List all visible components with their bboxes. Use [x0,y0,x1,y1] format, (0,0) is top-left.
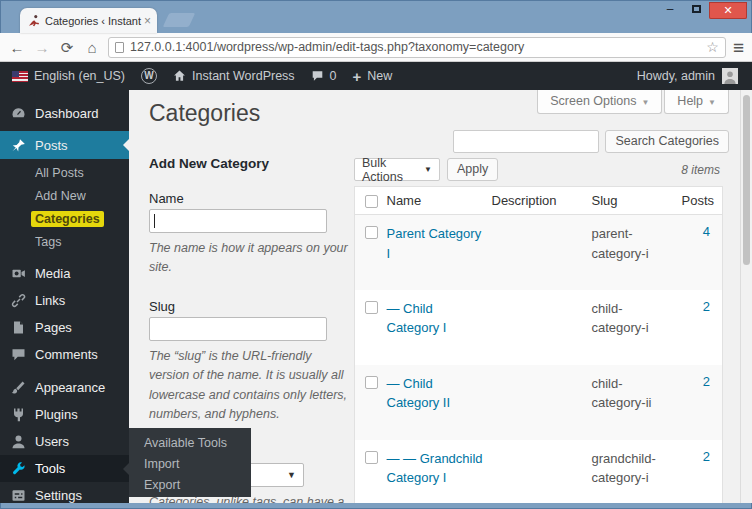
sidebar-item-tags[interactable]: Tags [0,231,129,254]
comment-bubble-icon [311,70,324,82]
slug-field[interactable] [149,317,327,341]
category-slug: grandchild-category-i [592,451,656,486]
sidebar-label: Settings [35,488,82,503]
new-label: New [367,69,392,83]
chevron-down-icon: ▼ [708,98,716,107]
select-arrow-icon: ▼ [424,165,432,174]
table-row: Parent Category I parent-category-i 4 [355,215,723,290]
category-slug: child-category-i [592,301,649,336]
row-checkbox[interactable] [365,451,378,464]
sidebar-item-all-posts[interactable]: All Posts [0,162,129,185]
site-name-menu[interactable]: Instant WordPress [173,69,295,83]
row-checkbox[interactable] [365,376,378,389]
language-switcher[interactable]: English (en_US) [12,69,125,83]
comments-menu[interactable]: 0 [311,69,337,83]
sidebar-item-categories[interactable]: Categories [0,208,129,231]
sidebar-label: Dashboard [35,106,99,121]
column-header-slug: Slug [590,187,680,215]
bookmark-star-icon[interactable]: ☆ [706,39,719,55]
select-all-checkbox[interactable] [365,195,378,208]
sidebar-item-pages[interactable]: Pages [0,314,129,341]
sidebar-item-links[interactable]: Links [0,287,129,314]
column-header-name[interactable]: Name [385,187,490,215]
category-link[interactable]: Parent Category I [387,226,482,261]
sidebar-item-appearance[interactable]: Appearance [0,374,129,401]
browser-menu-icon[interactable]: ≡ [733,38,744,57]
page-title: Categories [149,100,260,127]
name-label: Name [149,191,327,206]
url-text[interactable]: 127.0.0.1:4001/wordpress/wp-admin/edit-t… [130,40,700,54]
sidebar-item-settings[interactable]: Settings [0,482,129,503]
bulk-actions-select[interactable]: Bulk Actions▼ [354,158,440,181]
category-post-count[interactable]: 4 [680,215,723,290]
wp-logo-menu[interactable]: W [141,68,157,84]
page-scrollbar[interactable] [740,90,752,503]
scrollbar-thumb[interactable] [743,95,750,265]
wp-admin-bar: English (en_US) W Instant WordPress 0 + … [0,62,752,90]
table-row: — Child Category I child-category-i 2 [355,290,723,365]
category-slug: parent-category-i [592,226,649,261]
paintbrush-icon [10,380,26,395]
browser-home-icon[interactable]: ⌂ [83,40,101,55]
flyout-item-available-tools[interactable]: Available Tools [129,433,251,454]
refresh-icon[interactable]: ⟳ [58,40,76,55]
chain-link-icon [10,293,26,308]
plus-icon: + [353,69,362,84]
flyout-item-export[interactable]: Export [129,475,251,496]
flyout-item-import[interactable]: Import [129,454,251,475]
favicon-runner-icon [27,14,40,27]
window-close-button[interactable]: ✕ [709,2,747,19]
my-account-menu[interactable]: Howdy, admin [637,68,738,84]
search-input[interactable] [453,130,599,153]
sidebar-label: Tools [35,461,65,476]
category-post-count[interactable]: 2 [680,365,723,440]
select-arrow-icon: ▼ [287,470,296,480]
category-link[interactable]: — — Grandchild Category I [387,451,483,486]
sidebar-label: Users [35,434,69,449]
sidebar-item-tools[interactable]: Tools [0,455,129,482]
slug-label: Slug [149,299,327,314]
name-help-text: The name is how it appears on your site. [149,239,355,278]
sidebar-item-users[interactable]: Users [0,428,129,455]
comment-count: 0 [330,69,337,83]
sidebar-label: Comments [35,347,98,362]
browser-titlebar: Categories ‹ Instant WordPress × – ✕ [0,0,752,33]
help-button[interactable]: Help▼ [664,90,729,114]
sidebar-item-add-new[interactable]: Add New [0,185,129,208]
category-link[interactable]: — Child Category II [387,376,451,411]
wordpress-page: English (en_US) W Instant WordPress 0 + … [0,62,752,503]
url-bar[interactable]: 127.0.0.1:4001/wordpress/wp-admin/edit-t… [108,37,726,58]
row-checkbox[interactable] [365,301,378,314]
window-minimize-button[interactable]: – [657,2,683,18]
tab-close-icon[interactable]: × [144,15,151,27]
row-checkbox[interactable] [365,226,378,239]
new-tab-button[interactable] [163,13,196,27]
back-icon[interactable]: ← [8,40,26,55]
sidebar-item-posts[interactable]: Posts [0,131,129,159]
table-row: — — Grandchild Category I grandchild-cat… [355,440,723,504]
name-field[interactable] [149,209,327,233]
sidebar-item-dashboard[interactable]: Dashboard [0,100,129,127]
category-post-count[interactable]: 2 [680,290,723,365]
browser-tab[interactable]: Categories ‹ Instant WordPress × [20,8,157,33]
home-icon [173,70,186,82]
howdy-label: Howdy, admin [637,69,715,83]
sidebar-item-comments[interactable]: Comments [0,341,129,368]
page-icon [115,42,124,53]
wordpress-logo-icon: W [141,68,157,84]
sidebar-item-plugins[interactable]: Plugins [0,401,129,428]
sidebar-item-media[interactable]: Media [0,260,129,287]
window-maximize-button[interactable] [683,2,709,18]
new-content-menu[interactable]: + New [353,69,393,84]
column-header-posts[interactable]: Posts [680,187,723,215]
screen-options-button[interactable]: Screen Options▼ [537,90,662,114]
forward-icon[interactable]: → [33,40,51,55]
search-categories-button[interactable]: Search Categories [605,130,729,153]
category-post-count[interactable]: 2 [680,440,723,504]
table-header-row: Name Description Slug Posts [355,187,723,215]
category-link[interactable]: — Child Category I [387,301,447,336]
pushpin-icon [10,138,26,153]
apply-button[interactable]: Apply [447,158,498,181]
category-description [490,365,590,440]
column-header-description: Description [490,187,590,215]
